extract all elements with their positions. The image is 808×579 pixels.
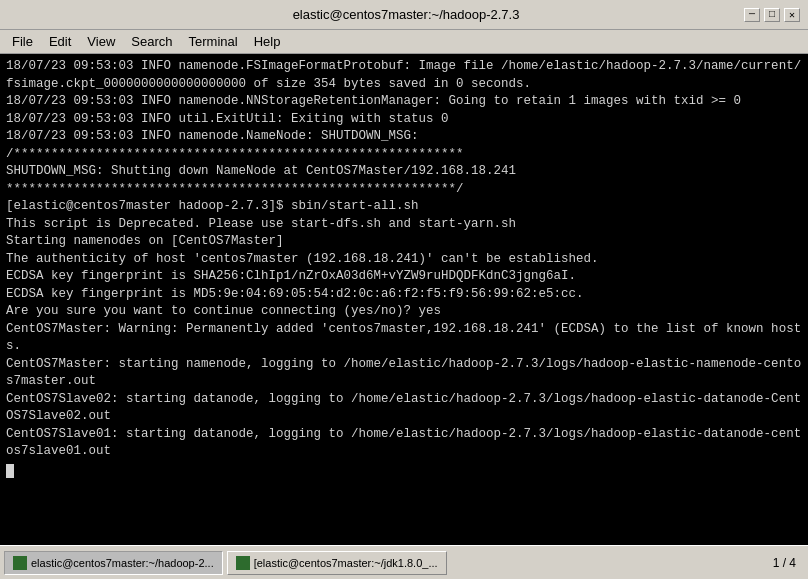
- minimize-button[interactable]: ─: [744, 8, 760, 22]
- taskbar-button-2[interactable]: [elastic@centos7master:~/jdk1.8.0_...: [227, 551, 447, 575]
- taskbar-buttons: elastic@centos7master:~/hadoop-2... [ela…: [4, 551, 447, 575]
- taskbar-button-1[interactable]: elastic@centos7master:~/hadoop-2...: [4, 551, 223, 575]
- menu-search[interactable]: Search: [123, 32, 180, 51]
- menu-terminal[interactable]: Terminal: [181, 32, 246, 51]
- menu-view[interactable]: View: [79, 32, 123, 51]
- terminal-cursor: [6, 464, 14, 478]
- terminal-icon-1: [13, 556, 27, 570]
- page-indicator: 1 / 4: [765, 556, 804, 570]
- close-button[interactable]: ✕: [784, 8, 800, 22]
- menu-edit[interactable]: Edit: [41, 32, 79, 51]
- menu-bar: File Edit View Search Terminal Help: [0, 30, 808, 54]
- taskbar: elastic@centos7master:~/hadoop-2... [ela…: [0, 545, 808, 579]
- maximize-button[interactable]: □: [764, 8, 780, 22]
- menu-file[interactable]: File: [4, 32, 41, 51]
- taskbar-label-1: elastic@centos7master:~/hadoop-2...: [31, 557, 214, 569]
- window-title: elastic@centos7master:~/hadoop-2.7.3: [68, 7, 744, 22]
- menu-help[interactable]: Help: [246, 32, 289, 51]
- title-bar: elastic@centos7master:~/hadoop-2.7.3 ─ □…: [0, 0, 808, 30]
- terminal-icon-2: [236, 556, 250, 570]
- window-controls[interactable]: ─ □ ✕: [744, 8, 800, 22]
- taskbar-label-2: [elastic@centos7master:~/jdk1.8.0_...: [254, 557, 438, 569]
- terminal-content[interactable]: 18/07/23 09:53:03 INFO namenode.FSImageF…: [0, 54, 808, 545]
